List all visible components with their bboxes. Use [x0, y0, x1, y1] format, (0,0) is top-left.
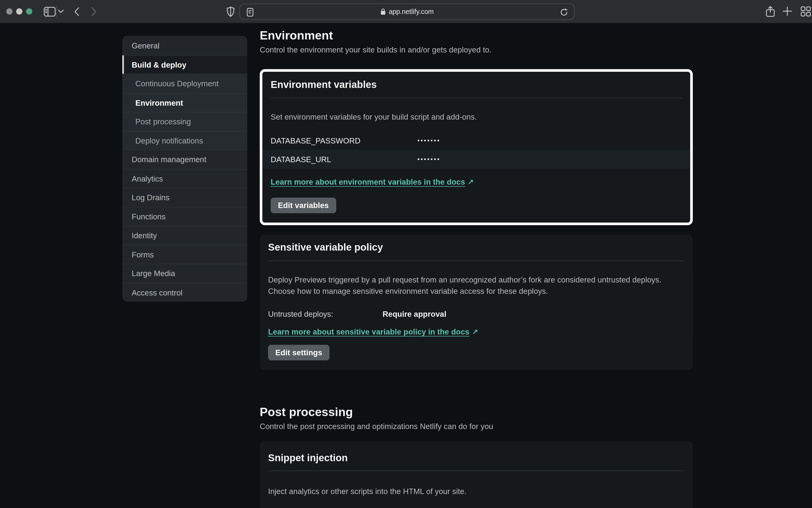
post-processing-section-description: Control the post processing and optimiza…: [260, 421, 693, 432]
zoom-window-button[interactable]: [26, 8, 32, 14]
share-icon: [766, 6, 775, 17]
sidebar-toggle-icon: [44, 7, 56, 17]
minimize-window-button[interactable]: [16, 8, 22, 14]
env-var-name: DATABASE_URL: [271, 155, 417, 164]
untrusted-deploys-label: Untrusted deploys:: [268, 309, 383, 318]
env-vars-docs-link[interactable]: Learn more about environment variables i…: [271, 177, 465, 186]
shield-icon: [226, 6, 235, 17]
sidebar-item-access-control[interactable]: Access control: [122, 283, 247, 302]
snippet-injection-description: Inject analytics or other scripts into t…: [268, 486, 685, 497]
sidebar-toggle-button[interactable]: [44, 7, 56, 17]
sidebar-item-post-processing[interactable]: Post processing: [122, 112, 247, 131]
untrusted-deploys-value: Require approval: [383, 309, 447, 318]
sidebar-item-deploy-notifications[interactable]: Deploy notifications: [122, 131, 247, 150]
url-text: app.netlify.com: [389, 8, 434, 15]
chevron-down-icon: [58, 9, 64, 14]
netlify-settings-page: app.netlify.com: [0, 0, 812, 508]
forward-icon: [91, 7, 98, 17]
environment-variables-card: Environment variables Set environment va…: [260, 69, 693, 225]
environment-variables-list: DATABASE_PASSWORD ••••••• DATABASE_URL •…: [262, 131, 690, 168]
sidebar-item-domain-management[interactable]: Domain management: [122, 150, 247, 169]
env-var-masked-value: •••••••: [417, 156, 440, 162]
untrusted-deploys-row: Untrusted deploys: Require approval: [268, 309, 685, 318]
sensitive-policy-title: Sensitive variable policy: [268, 241, 685, 254]
external-link-icon: ↗: [468, 178, 474, 186]
sensitive-variable-policy-card: Sensitive variable policy Deploy Preview…: [260, 235, 693, 370]
sidebar-item-large-media[interactable]: Large Media: [122, 263, 247, 283]
sidebar-item-log-drains[interactable]: Log Drains: [122, 188, 247, 207]
tab-overview-button[interactable]: [801, 6, 811, 16]
sidebar-item-functions[interactable]: Functions: [122, 207, 247, 226]
env-var-row: DATABASE_URL •••••••: [262, 150, 690, 169]
env-var-masked-value: •••••••: [417, 137, 440, 143]
share-button[interactable]: [766, 6, 775, 17]
lock-icon: [381, 8, 386, 15]
sensitive-policy-description: Deploy Previews triggered by a pull requ…: [268, 274, 670, 297]
environment-section-title: Environment: [260, 28, 693, 43]
edit-variables-button[interactable]: Edit variables: [271, 198, 336, 213]
back-icon: [73, 7, 80, 17]
plus-icon: [782, 6, 792, 16]
sidebar-item-identity[interactable]: Identity: [122, 226, 247, 245]
sidebar-item-build-deploy[interactable]: Build & deploy: [122, 55, 247, 74]
env-var-name: DATABASE_PASSWORD: [271, 136, 417, 145]
environment-variables-description: Set environment variables for your build…: [271, 111, 682, 123]
card-divider: [271, 98, 682, 98]
card-divider: [268, 471, 685, 471]
reload-icon: [560, 8, 568, 16]
new-tab-button[interactable]: [782, 6, 792, 16]
environment-variables-title: Environment variables: [271, 79, 682, 91]
toolbar-divider: [56, 6, 57, 17]
snippet-injection-card: Snippet injection Inject analytics or ot…: [260, 441, 693, 508]
environment-section-description: Control the environment your site builds…: [260, 45, 693, 55]
sensitive-policy-docs-link[interactable]: Learn more about sensitive variable poli…: [268, 327, 469, 336]
privacy-report-button[interactable]: [226, 6, 235, 17]
address-bar[interactable]: app.netlify.com: [239, 4, 575, 19]
sidebar-item-environment[interactable]: Environment: [122, 93, 247, 112]
settings-content: Environment Control the environment your…: [260, 24, 693, 508]
sidebar-item-general[interactable]: General: [122, 36, 247, 55]
reload-button[interactable]: [560, 8, 568, 19]
sidebar-menu-button[interactable]: [58, 9, 64, 14]
sidebar-item-analytics[interactable]: Analytics: [122, 169, 247, 188]
sidebar-item-continuous-deployment[interactable]: Continuous Deployment: [122, 74, 247, 93]
snippet-injection-title: Snippet injection: [268, 452, 685, 465]
settings-sidebar: General Build & deploy Continuous Deploy…: [122, 36, 247, 302]
close-window-button[interactable]: [6, 8, 12, 14]
env-var-row: DATABASE_PASSWORD •••••••: [262, 131, 690, 150]
external-link-icon: ↗: [472, 328, 478, 336]
forward-button[interactable]: [91, 7, 98, 17]
sidebar-item-forms[interactable]: Forms: [122, 245, 247, 263]
back-button[interactable]: [73, 7, 80, 17]
browser-toolbar: app.netlify.com: [0, 0, 812, 24]
tab-overview-icon: [801, 6, 811, 16]
post-processing-section-title: Post processing: [260, 405, 693, 419]
url-display: app.netlify.com: [240, 4, 574, 19]
card-divider: [268, 260, 685, 261]
edit-settings-button[interactable]: Edit settings: [268, 345, 330, 361]
